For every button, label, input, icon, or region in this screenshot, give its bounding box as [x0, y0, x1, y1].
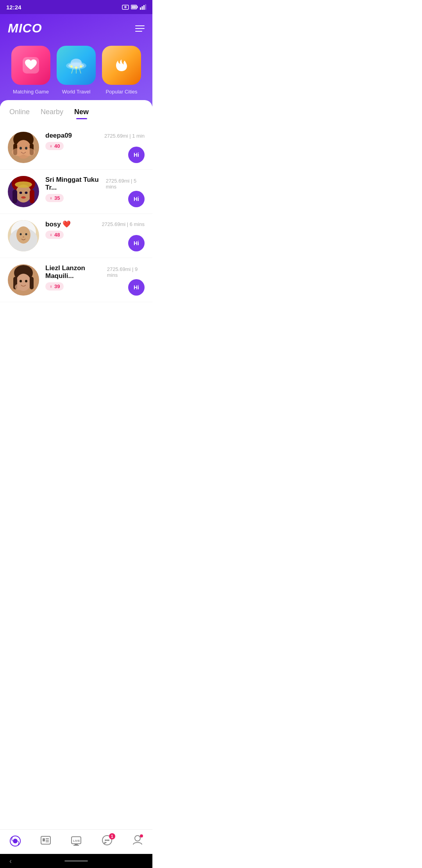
svg-point-34: [21, 196, 26, 199]
svg-point-1: [124, 6, 127, 8]
tab-new[interactable]: New: [74, 108, 89, 119]
svg-point-32: [20, 192, 22, 194]
user-info: bosy ❤️ 2725.69mi | 6 mins ♀ 48: [45, 220, 145, 239]
world-travel-label: World Travel: [62, 89, 91, 95]
battery-icon: [131, 5, 138, 9]
menu-button[interactable]: [135, 25, 145, 32]
gender-icon: ♀: [49, 195, 53, 201]
menu-line-2: [135, 28, 145, 29]
header-top: MICO: [8, 21, 145, 36]
avatar-image-1: [8, 132, 39, 163]
user-distance: 2725.69mi | 5 mins: [106, 178, 145, 190]
avatar: [8, 220, 39, 251]
list-item[interactable]: deepa09 2725.69mi | 1 min ♀ 40 Hi: [0, 126, 152, 170]
svg-point-15: [80, 65, 82, 68]
svg-point-24: [20, 147, 22, 150]
user-badge: ♀ 40: [45, 142, 64, 150]
hi-button[interactable]: Hi: [128, 279, 145, 296]
gender-icon: ♀: [49, 143, 53, 149]
user-name-row: Sri Minggat Tuku Tr... 2725.69mi | 5 min…: [45, 176, 145, 192]
user-name-row: Liezl Lanzon Maquili... 2725.69mi | 9 mi…: [45, 264, 145, 280]
user-badge: ♀ 48: [45, 231, 64, 239]
popular-cities-label: Popular Cities: [106, 89, 138, 95]
avatar: [8, 132, 39, 163]
user-distance: 2725.69mi | 6 mins: [102, 221, 145, 227]
hi-button[interactable]: Hi: [128, 147, 145, 163]
tabs: Online Nearby New: [0, 100, 152, 119]
user-distance: 2725.69mi | 9 mins: [107, 266, 145, 278]
list-item[interactable]: bosy ❤️ 2725.69mi | 6 mins ♀ 48 Hi: [0, 214, 152, 258]
status-icons: [122, 4, 146, 10]
svg-point-39: [20, 233, 22, 235]
svg-rect-30: [13, 190, 17, 203]
tab-online[interactable]: Online: [9, 108, 30, 119]
hi-button[interactable]: Hi: [128, 235, 145, 251]
svg-point-12: [71, 59, 82, 66]
user-list: deepa09 2725.69mi | 1 min ♀ 40 Hi: [0, 119, 152, 308]
user-info: deepa09 2725.69mi | 1 min ♀ 40: [45, 132, 145, 150]
menu-line-1: [135, 25, 145, 26]
main-content: Online Nearby New: [0, 100, 152, 340]
avatar-image-4: [8, 264, 39, 296]
user-name: Sri Minggat Tuku Tr...: [45, 176, 106, 192]
user-distance: 2725.69mi | 1 min: [104, 133, 145, 139]
user-name: deepa09: [45, 132, 72, 140]
svg-point-29: [15, 181, 32, 188]
user-badge: ♀ 35: [45, 194, 64, 202]
app-logo: MICO: [8, 21, 42, 36]
gender-icon: ♀: [49, 232, 53, 238]
feature-card-cities[interactable]: Popular Cities: [102, 46, 141, 95]
feature-cards: Matching Game World Trave: [8, 46, 145, 95]
user-name-row: bosy ❤️ 2725.69mi | 6 mins: [45, 220, 145, 228]
avatar-image-3: [8, 220, 39, 251]
matching-game-icon: [11, 46, 50, 85]
svg-point-40: [25, 233, 27, 235]
svg-point-14: [75, 66, 77, 69]
avatar: [8, 176, 39, 207]
svg-rect-46: [30, 277, 34, 289]
matching-game-label: Matching Game: [13, 89, 49, 95]
header-area: MICO Matching Game: [0, 14, 152, 106]
svg-rect-8: [145, 4, 147, 10]
gender-icon: ♀: [49, 284, 53, 289]
svg-rect-31: [30, 190, 34, 203]
svg-point-38: [16, 226, 30, 244]
svg-point-23: [23, 148, 35, 156]
signal-icon: [140, 4, 146, 10]
ufo-icon: [64, 55, 88, 76]
status-time: 12:24: [6, 4, 21, 11]
feature-card-travel[interactable]: World Travel: [57, 46, 96, 95]
feature-card-matching[interactable]: Matching Game: [11, 46, 50, 95]
svg-point-22: [12, 148, 24, 156]
status-bar: 12:24: [0, 0, 152, 14]
svg-rect-3: [137, 6, 138, 8]
user-name: bosy ❤️: [45, 220, 71, 228]
flame-icon: [111, 55, 132, 76]
svg-point-41: [23, 237, 24, 238]
hi-button[interactable]: Hi: [128, 191, 145, 207]
list-item[interactable]: Sri Minggat Tuku Tr... 2725.69mi | 5 min…: [0, 170, 152, 214]
svg-point-13: [70, 65, 73, 68]
world-travel-icon: [57, 46, 96, 85]
tab-nearby[interactable]: Nearby: [41, 108, 63, 119]
avatar-image-2: [8, 176, 39, 207]
svg-point-33: [25, 192, 28, 194]
svg-point-49: [25, 280, 27, 282]
user-badge: ♀ 39: [45, 282, 64, 291]
popular-cities-icon: [102, 46, 141, 85]
user-name: Liezl Lanzon Maquili...: [45, 264, 107, 280]
svg-rect-6: [142, 6, 143, 10]
screenshot-icon: [122, 4, 129, 10]
svg-point-47: [15, 284, 23, 290]
svg-rect-4: [132, 6, 136, 9]
svg-rect-7: [143, 5, 145, 10]
menu-line-3: [135, 31, 142, 32]
user-name-row: deepa09 2725.69mi | 1 min: [45, 132, 145, 140]
svg-rect-5: [140, 7, 141, 10]
heart-card-icon: [20, 55, 41, 76]
heart-emoji: ❤️: [63, 221, 71, 228]
svg-point-48: [20, 280, 22, 282]
svg-point-25: [25, 147, 27, 150]
list-item[interactable]: Liezl Lanzon Maquili... 2725.69mi | 9 mi…: [0, 258, 152, 302]
avatar: [8, 264, 39, 296]
